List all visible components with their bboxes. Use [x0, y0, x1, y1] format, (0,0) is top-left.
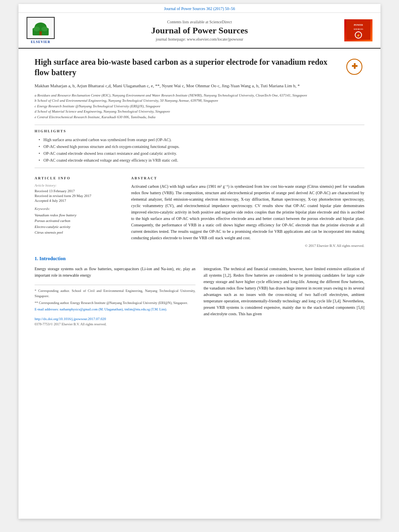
power-sources-logo: POWER SOURCES ⚡	[344, 19, 372, 41]
info-abstract-section: ARTICLE INFO Article history: Received 1…	[35, 172, 364, 248]
affiliation-e: e Central Electrochemical Research Insti…	[35, 115, 364, 120]
introduction-title: 1. Introduction	[35, 256, 364, 262]
journal-reference-bar: Journal of Power Sources 362 (2017) 50–5…	[19, 4, 380, 13]
affiliation-b: b School of Civil and Environmental Engi…	[35, 98, 364, 104]
highlight-item-3: OP-AC coated electrode showed less conta…	[39, 150, 364, 157]
highlight-item-1: High surface area activated carbon was s…	[39, 136, 364, 143]
history-label: Article history:	[35, 183, 123, 187]
revised-date: Received in revised form 29 May 2017	[35, 194, 123, 198]
affiliation-c: c Energy Research Institute @Nanyang Tec…	[35, 104, 364, 109]
accepted-date: Accepted 4 July 2017	[35, 199, 123, 203]
introduction-section: 1. Introduction Energy storage systems s…	[35, 256, 364, 327]
article-info-column: ARTICLE INFO Article history: Received 1…	[35, 172, 123, 248]
issn-text: 0378-7753/© 2017 Elsevier B.V. All right…	[35, 322, 195, 327]
science-direct-link[interactable]: Contents lists available at ScienceDirec…	[57, 20, 342, 24]
elsevier-wordmark: ELSEVIER	[31, 40, 50, 44]
intro-col-left: Energy storage systems such as flow batt…	[35, 266, 195, 327]
svg-text:POWER: POWER	[354, 24, 363, 26]
svg-point-2	[33, 27, 40, 31]
abstract-section-title: ABSTRACT	[131, 176, 364, 180]
footnote-2: ** Corresponding author. Energy Research…	[35, 300, 195, 306]
keyword-4: Citrus sinensis peel	[35, 230, 123, 235]
keywords-list: Vanadium redox flow battery Porous activ…	[35, 212, 123, 236]
svg-text:⚡: ⚡	[356, 33, 360, 37]
introduction-body: Energy storage systems such as flow batt…	[35, 266, 364, 327]
divider-after-affiliations	[35, 125, 364, 125]
affiliation-a: a Residues and Resource Reclamation Cent…	[35, 93, 364, 99]
copyright-notice: © 2017 Elsevier B.V. All rights reserved…	[131, 244, 364, 248]
crossmark-badge[interactable]: ✚	[344, 57, 364, 77]
journal-header: ELSEVIER Contents lists available at Sci…	[19, 13, 380, 49]
journal-title: Journal of Power Sources	[57, 25, 342, 36]
intro-para-left: Energy storage systems such as flow batt…	[35, 266, 195, 279]
journal-logo: POWER SOURCES ⚡	[342, 19, 374, 41]
journal-header-center: Contents lists available at ScienceDirec…	[57, 20, 342, 41]
article-title: High surface area bio-waste based carbon…	[35, 57, 364, 78]
footnote-1: * Corresponding author. School of Civil …	[35, 288, 195, 299]
divider-after-highlights	[35, 168, 364, 168]
abstract-text: Activated carbon (AC) with high surface …	[131, 183, 364, 241]
highlights-list: High surface area activated carbon was s…	[39, 136, 364, 164]
elsevier-logo: ELSEVIER	[25, 17, 57, 44]
keywords-label: Keywords:	[35, 207, 123, 211]
keyword-2: Porous activated carbon	[35, 218, 123, 224]
affiliations: a Residues and Resource Reclamation Cent…	[35, 93, 364, 120]
elsevier-tree-logo	[27, 17, 55, 39]
affiliation-d: d School of Material Science and Enginee…	[35, 109, 364, 115]
footnotes: * Corresponding author. School of Civil …	[35, 285, 195, 312]
doi-link[interactable]: http://dx.doi.org/10.1016/j.jpowsour.201…	[35, 316, 195, 322]
highlight-item-2: OP-AC showed high porous structure and r…	[39, 143, 364, 150]
crossmark-icon: ✚	[346, 59, 362, 75]
highlights-section-title: HIGHLIGHTS	[35, 129, 364, 133]
intro-col-right: integration. The technical and financial…	[204, 266, 364, 327]
highlight-item-4: OP-AC coated electrode enhanced voltage …	[39, 157, 364, 164]
abstract-column: ABSTRACT Activated carbon (AC) with high…	[131, 172, 364, 248]
svg-text:SOURCES: SOURCES	[354, 28, 363, 30]
svg-point-3	[41, 27, 48, 31]
journal-homepage[interactable]: journal homepage: www.elsevier.com/locat…	[57, 37, 342, 41]
page: Journal of Power Sources 362 (2017) 50–5…	[19, 4, 380, 519]
intro-para-right: integration. The technical and financial…	[204, 266, 364, 317]
journal-reference: Journal of Power Sources 362 (2017) 50–5…	[164, 6, 235, 11]
keyword-1: Vanadium redox flow battery	[35, 212, 123, 218]
svg-rect-4	[39, 31, 42, 35]
authors: Makhan Maharjan a, b, Arjun Bhattarai c,…	[35, 82, 364, 90]
keyword-3: Electro-catalytic activity	[35, 224, 123, 230]
article-info-title: ARTICLE INFO	[35, 176, 123, 180]
article-body: High surface area bio-waste based carbon…	[19, 49, 380, 335]
email-footnote[interactable]: E-mail addresses: nathamphysics@gmail.co…	[35, 307, 195, 312]
received-date: Received 13 February 2017	[35, 189, 123, 193]
